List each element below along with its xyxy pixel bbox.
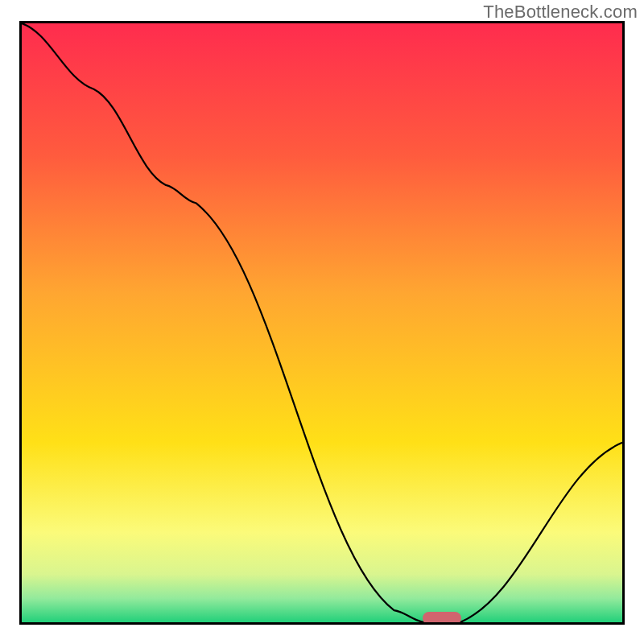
optimal-point-marker — [423, 612, 461, 625]
bottleneck-curve — [22, 23, 622, 622]
watermark-text: TheBottleneck.com — [483, 2, 638, 23]
chart-frame — [19, 21, 625, 625]
